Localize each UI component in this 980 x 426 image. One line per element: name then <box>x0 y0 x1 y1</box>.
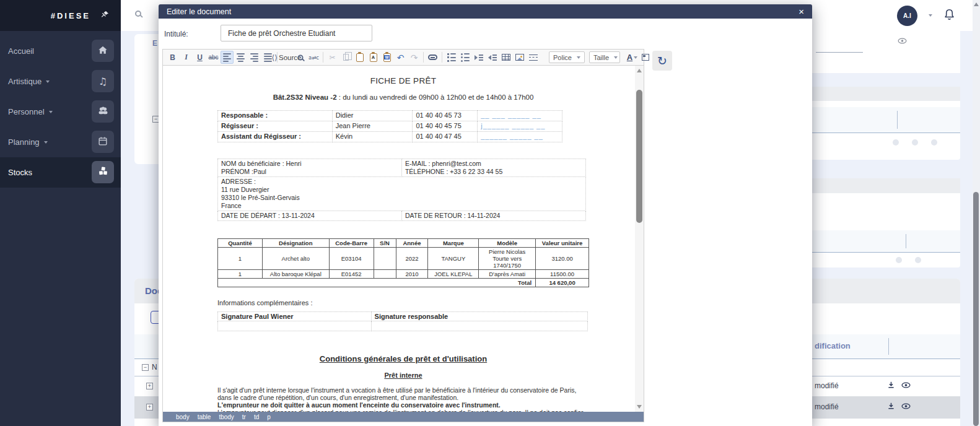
find-button[interactable] <box>294 51 307 64</box>
sidebar-item-label: Accueil <box>8 46 34 56</box>
path-item-tr[interactable]: tr <box>242 414 246 420</box>
font-dropdown[interactable]: Police <box>549 51 585 63</box>
eye-icon[interactable] <box>901 402 911 413</box>
source-icon: ⟨⟩ <box>272 53 278 62</box>
table-row: Assistant du Régisseur : Kévin 01 40 40 … <box>218 132 562 142</box>
table-header-row: Quantité Désignation Code-Barre S/N Anné… <box>218 239 589 248</box>
copy-button[interactable] <box>339 51 352 64</box>
cut-button[interactable]: ✂ <box>326 51 339 64</box>
justify-icon <box>264 53 272 62</box>
path-item-body[interactable]: body <box>176 414 190 420</box>
editor-toolbar: B I U abc ⟨⟩Source a⇄c ✂ A W ↶ ↷ <box>163 50 644 66</box>
additional-info-label: Informations complémentaires : <box>217 299 589 306</box>
link-button[interactable] <box>426 51 439 64</box>
close-icon[interactable]: × <box>798 7 804 16</box>
maximize-button[interactable] <box>639 51 652 64</box>
modification-column-header: dification <box>815 341 851 350</box>
align-center-button[interactable] <box>234 51 247 64</box>
collapse-icon[interactable]: − <box>142 364 149 371</box>
sidebar: #DIESE Accueil Artistique ♫ Personnel <box>0 0 121 426</box>
search-icon[interactable] <box>135 11 141 17</box>
sidebar-item-accueil[interactable]: Accueil <box>0 36 121 66</box>
table-row <box>218 321 588 331</box>
sidebar-item-stocks[interactable]: Stocks <box>0 157 121 188</box>
chevron-down-icon <box>44 141 48 144</box>
editor-scrollbar[interactable] <box>635 66 644 412</box>
email-link[interactable]: j______ _____ __ <box>478 121 562 132</box>
italic-button[interactable]: I <box>180 51 193 64</box>
home-icon <box>97 45 108 58</box>
bell-icon[interactable] <box>943 8 956 25</box>
unpin-icon[interactable] <box>100 10 110 22</box>
sidebar-item-planning[interactable]: Planning <box>0 127 121 157</box>
insert-image-button[interactable] <box>513 51 526 64</box>
scroll-down-arrow[interactable] <box>637 405 642 409</box>
table-row: ADRESSE : 11 rue Duvergier 93310 le Pré-… <box>218 177 586 211</box>
document-subtitle: Bât.2S32 Niveau -2 : du lundi au vendred… <box>217 93 589 101</box>
intitule-input[interactable] <box>221 25 372 41</box>
chevron-down-icon <box>634 56 637 59</box>
align-right-button[interactable] <box>248 51 261 64</box>
diese-logo: #DIESE <box>51 11 90 20</box>
editor-content[interactable]: FICHE DE PRÊT Bât.2S32 Niveau -2 : du lu… <box>163 66 644 412</box>
expand-icon[interactable]: + <box>146 383 153 389</box>
element-path-bar: body table tbody tr td p <box>163 412 644 422</box>
replace-button[interactable]: a⇄c <box>307 51 320 64</box>
page-break-button[interactable] <box>527 51 540 64</box>
numbered-list-button[interactable] <box>445 51 458 64</box>
indent-icon <box>475 54 483 61</box>
email-link[interactable]: ______ _____ __ <box>478 132 562 142</box>
group-row-fragment[interactable]: − N <box>142 363 157 372</box>
outdent-icon <box>488 54 497 61</box>
sidebar-item-artistique[interactable]: Artistique ♫ <box>0 66 121 97</box>
path-item-tbody[interactable]: tbody <box>219 414 234 420</box>
numbered-list-icon <box>447 53 456 62</box>
bold-button[interactable]: B <box>166 51 179 64</box>
paste-as-text-button[interactable]: A <box>367 51 380 64</box>
align-left-button[interactable] <box>221 51 234 64</box>
editor-scrollbar-thumb[interactable] <box>636 90 642 223</box>
sidebar-item-personnel[interactable]: Personnel <box>0 97 121 127</box>
path-item-td[interactable]: td <box>254 414 259 420</box>
copy-icon <box>343 54 349 61</box>
insert-table-button[interactable] <box>499 51 512 64</box>
paste-icon <box>356 53 364 62</box>
size-dropdown[interactable]: Taille <box>589 51 620 63</box>
download-icon[interactable] <box>886 380 896 392</box>
avatar[interactable]: A.I <box>897 6 917 26</box>
email-link[interactable]: __ ___ _____ __ <box>478 111 562 121</box>
page-scrollbar[interactable] <box>973 0 980 426</box>
strikethrough-button[interactable]: abc <box>207 51 220 64</box>
cut-icon: ✂ <box>329 53 335 62</box>
path-item-table[interactable]: table <box>198 414 211 420</box>
redo-icon: ↷ <box>411 53 418 63</box>
scroll-up-arrow[interactable] <box>637 69 642 72</box>
people-icon <box>97 105 109 118</box>
align-right-icon <box>250 53 258 62</box>
underline-button[interactable]: U <box>193 51 206 64</box>
paste-button[interactable] <box>353 51 366 64</box>
download-icon[interactable] <box>886 401 896 413</box>
paste-from-word-button[interactable]: W <box>380 51 393 64</box>
text-color-button[interactable]: A <box>626 51 639 64</box>
document-title: FICHE DE PRÊT <box>217 76 589 85</box>
table-row: DATE DE DÉPART : 13-11-2024 DATE DE RETO… <box>218 211 586 221</box>
bullet-list-button[interactable] <box>458 51 471 64</box>
expand-icon[interactable]: + <box>146 404 153 411</box>
refresh-button[interactable]: ↻ <box>652 51 672 71</box>
row-status: modifié <box>815 381 839 390</box>
page-scrollbar-thumb[interactable] <box>973 192 979 426</box>
signatures-table: Signature Paul Wiener Signature responsa… <box>217 311 588 331</box>
path-item-p[interactable]: p <box>267 414 271 420</box>
bullet-list-icon <box>461 53 470 62</box>
redo-button[interactable]: ↷ <box>408 51 421 64</box>
outdent-button[interactable] <box>486 51 499 64</box>
avatar-chevron-icon[interactable] <box>929 14 932 17</box>
bg-card-left-fragment: E − <box>134 34 159 164</box>
indent-button[interactable] <box>472 51 485 64</box>
eye-icon[interactable] <box>901 381 911 392</box>
eye-icon[interactable] <box>897 37 908 48</box>
undo-button[interactable]: ↶ <box>394 51 407 64</box>
scroll-up-arrow[interactable] <box>974 2 979 6</box>
source-button[interactable]: ⟨⟩Source <box>280 51 293 64</box>
